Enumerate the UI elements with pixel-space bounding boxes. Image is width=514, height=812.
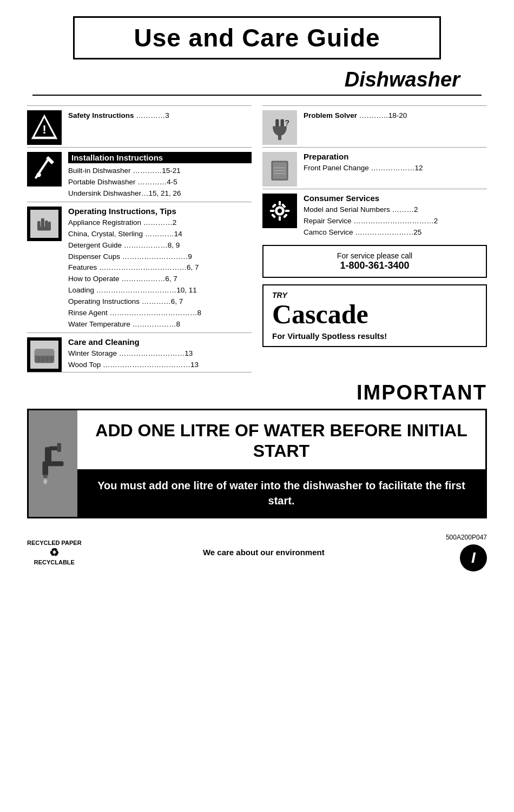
info-symbol: I [471,549,476,567]
installation-toc-text: Installation Instructions Built-in Dishw… [68,152,252,199]
operating-heading: Operating Instructions, Tips [68,207,252,216]
toc-section-operating: Operating Instructions, Tips Appliance R… [27,202,252,330]
service-label: For service please call [272,251,477,260]
left-column: ! Safety Instructions …………3 Installation… [27,105,252,372]
recycle-icon: ♻ [27,546,82,559]
recycled-label: RECYCLED PAPER [27,540,82,546]
consumer-icon [262,194,297,228]
svg-rect-12 [37,227,51,230]
service-phone: 1-800-361-3400 [272,260,477,271]
svg-rect-22 [275,119,279,127]
cascade-box: TRY Cascade For Virtually Spotless resul… [262,284,487,347]
preparation-icon [262,152,297,187]
main-content: ! Safety Instructions …………3 Installation… [27,105,487,372]
problem-line: Problem Solver …………18-20 [304,110,487,122]
cascade-logo: Cascade [272,299,477,329]
problem-icon: ? [262,110,297,145]
svg-rect-38 [285,210,289,212]
operating-icon [27,207,62,241]
title-box: Use and Care Guide [73,16,441,59]
svg-point-34 [278,209,282,213]
svg-rect-15 [35,349,54,355]
footer-center-text: We care about our environment [203,548,325,557]
svg-rect-47 [43,475,48,478]
important-main-text: ADD ONE LITRE OF WATER BEFORE INITIAL ST… [88,420,475,462]
operating-toc-text: Operating Instructions, Tips Appliance R… [68,207,252,330]
footer-right: 500A200P047 I [446,534,487,571]
svg-rect-50 [57,443,62,452]
installation-heading: Installation Instructions [68,152,252,163]
dishwasher-subtitle: Dishwasher [22,68,492,91]
problem-toc-text: Problem Solver …………18-20 [304,110,487,122]
safety-line: Safety Instructions …………3 [68,110,252,122]
consumer-toc-text: Consumer Services Model and Serial Numbe… [304,194,487,238]
svg-rect-23 [281,119,284,127]
important-sub-text: You must add one litre of water into the… [88,478,475,508]
svg-rect-24 [278,136,281,140]
footer-recycled: RECYCLED PAPER ♻ RECYCLABLE [27,540,82,565]
page-title: Use and Care Guide [134,23,380,52]
installation-icon [27,152,62,187]
svg-text:?: ? [285,118,289,127]
important-white-box: ADD ONE LITRE OF WATER BEFORE INITIAL ST… [77,410,485,469]
cascade-tagline: For Virtually Spotless results! [272,331,477,341]
right-column: ? Problem Solver …………18-20 [262,105,487,372]
toc-section-installation: Installation Instructions Built-in Dishw… [27,147,252,199]
svg-rect-46 [43,463,49,476]
safety-toc-text: Safety Instructions …………3 [68,110,252,122]
service-box: For service please call 1-800-361-3400 [262,245,487,278]
installation-portable: Portable Dishwasher …………4-5 [68,177,252,188]
info-circle: I [460,544,487,571]
toc-section-problem: ? Problem Solver …………18-20 [262,105,487,145]
svg-rect-36 [279,216,281,221]
preparation-heading: Preparation [304,152,487,161]
toc-section-care: Care and Cleaning Winter Storage …………………… [27,332,252,372]
faucet-icon [29,410,77,517]
important-text-content: ADD ONE LITRE OF WATER BEFORE INITIAL ST… [77,410,485,517]
important-heading: IMPORTANT [22,381,487,404]
svg-rect-3 [30,155,58,183]
care-icon [27,337,62,372]
care-heading: Care and Cleaning [68,337,252,347]
consumer-heading: Consumer Services [304,194,487,203]
toc-section-preparation: Preparation Front Panel Change ………………12 [262,147,487,187]
svg-point-6 [36,172,41,177]
svg-text:!: ! [42,122,47,136]
preparation-toc-text: Preparation Front Panel Change ………………12 [304,152,487,174]
cascade-try: TRY [272,291,477,299]
important-area: ADD ONE LITRE OF WATER BEFORE INITIAL ST… [27,409,487,518]
svg-rect-35 [279,201,281,205]
recyclable-label: RECYCLABLE [34,559,75,565]
top-divider [32,95,482,96]
svg-rect-37 [270,210,274,212]
installation-undersink: Undersink Dishwasher…15, 21, 26 [68,188,252,199]
cascade-logo-text: Cascade [272,299,368,329]
toc-section-consumer: Consumer Services Model and Serial Numbe… [262,189,487,238]
toc-section-safety: ! Safety Instructions …………3 [27,105,252,145]
model-number: 500A200P047 [446,534,487,541]
important-black-box: You must add one litre of water into the… [77,469,485,517]
footer: RECYCLED PAPER ♻ RECYCLABLE We care abou… [27,529,487,571]
title-box-wrapper: Use and Care Guide [22,11,492,65]
installation-builtin: Built-in Dishwasher …………15-21 [68,165,252,177]
care-toc-text: Care and Cleaning Winter Storage …………………… [68,337,252,371]
warning-icon: ! [27,110,62,145]
